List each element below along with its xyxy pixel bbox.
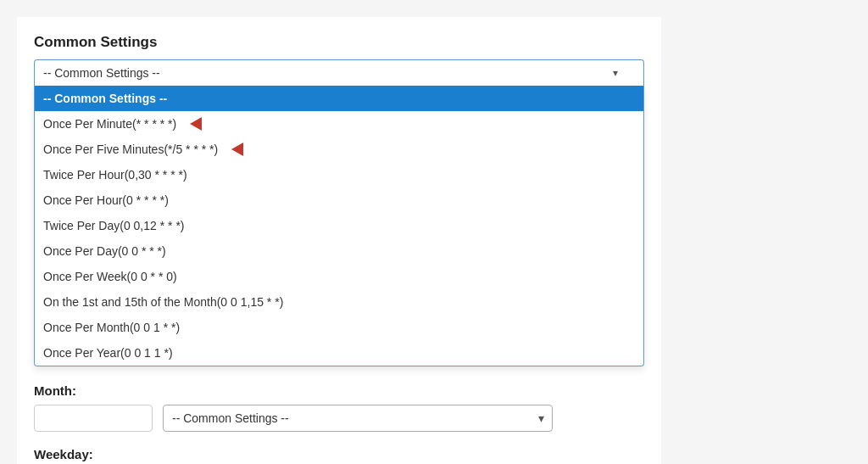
month-text-input[interactable] [34, 405, 153, 432]
dropdown-item[interactable]: Once Per Five Minutes(*/5 * * * *) [35, 137, 643, 162]
dropdown-item-label: -- Common Settings -- [43, 92, 167, 105]
dropdown-item-label: Once Per Day(0 0 * * *) [43, 244, 166, 258]
dropdown-item[interactable]: Once Per Week(0 0 * * 0) [35, 264, 643, 289]
dropdown-item[interactable]: Once Per Hour(0 * * * *) [35, 187, 643, 213]
dropdown-item[interactable]: Once Per Minute(* * * * *) [35, 111, 643, 137]
dropdown-item-label: Once Per Hour(0 * * * *) [43, 193, 169, 207]
chevron-down-icon: ▾ [613, 67, 618, 79]
dropdown-item-label: On the 1st and 15th of the Month(0 0 1,1… [43, 295, 283, 309]
arrow-indicator-icon [190, 117, 202, 131]
dropdown-item[interactable]: Once Per Year(0 0 1 1 *) [35, 340, 643, 366]
section-title: Common Settings [34, 34, 644, 51]
dropdown-item[interactable]: On the 1st and 15th of the Month(0 0 1,1… [35, 289, 643, 315]
common-settings-dropdown-trigger[interactable]: -- Common Settings -- ▾ [34, 59, 644, 86]
month-field-group: Month: -- Common Settings -- [34, 383, 644, 432]
month-field-row: -- Common Settings -- [34, 405, 644, 432]
dropdown-item-label: Twice Per Day(0 0,12 * * *) [43, 219, 185, 232]
month-select-wrapper: -- Common Settings -- [163, 405, 553, 432]
dropdown-item-label: Once Per Minute(* * * * *) [43, 117, 176, 131]
dropdown-trigger-label: -- Common Settings -- [43, 66, 160, 80]
dropdown-item-label: Once Per Week(0 0 * * 0) [43, 270, 177, 283]
dropdown-item[interactable]: Once Per Day(0 0 * * *) [35, 238, 643, 264]
dropdown-item[interactable]: Twice Per Hour(0,30 * * * *) [35, 162, 643, 187]
dropdown-item-label: Once Per Year(0 0 1 1 *) [43, 346, 173, 360]
dropdown-item[interactable]: Twice Per Day(0 0,12 * * *) [35, 213, 643, 238]
dropdown-list: -- Common Settings --Once Per Minute(* *… [34, 86, 644, 366]
month-select[interactable]: -- Common Settings -- [163, 405, 553, 432]
dropdown-item-label: Once Per Month(0 0 1 * *) [43, 321, 180, 334]
arrow-indicator-icon [231, 143, 243, 156]
weekday-field-group: Weekday: -- Common Settings -- [34, 447, 644, 464]
dropdown-item[interactable]: -- Common Settings -- [35, 86, 643, 111]
page-container: Common Settings -- Common Settings -- ▾ … [17, 17, 661, 464]
dropdown-item-label: Twice Per Hour(0,30 * * * *) [43, 168, 187, 182]
common-settings-dropdown-container: -- Common Settings -- ▾ -- Common Settin… [34, 59, 644, 366]
dropdown-item-label: Once Per Five Minutes(*/5 * * * *) [43, 143, 218, 156]
month-label: Month: [34, 383, 644, 398]
weekday-label: Weekday: [34, 447, 644, 461]
dropdown-item[interactable]: Once Per Month(0 0 1 * *) [35, 315, 643, 340]
